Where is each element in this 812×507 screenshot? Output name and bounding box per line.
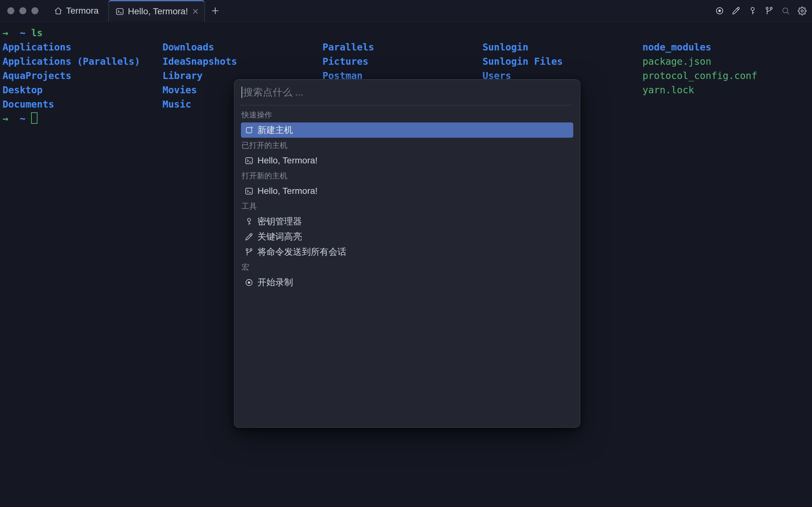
palette-section-header: 工具 (241, 199, 573, 214)
traffic-lights (7, 0, 39, 21)
record-button[interactable] (715, 6, 724, 15)
titlebar: Termora Hello, Termora! (0, 0, 812, 21)
tab-title: Hello, Termora! (128, 6, 188, 16)
key-icon (245, 217, 253, 226)
edit-icon (732, 6, 741, 15)
settings-button[interactable] (798, 6, 807, 15)
broadcast-button[interactable] (765, 6, 773, 15)
palette-item-label: 密钥管理器 (258, 215, 302, 227)
terminal-icon (116, 7, 124, 16)
command-palette: 搜索点什么 ... 快速操作新建主机已打开的主机Hello, Termora!打… (234, 79, 580, 428)
search-button[interactable] (781, 6, 790, 15)
new-host-icon (245, 126, 253, 134)
ls-entry-dir: Library (163, 68, 237, 83)
toolbar (715, 0, 807, 21)
palette-item[interactable]: 开始录制 (241, 275, 573, 290)
palette-item-label: 新建主机 (258, 124, 293, 136)
record-icon (715, 6, 724, 15)
palette-item-label: Hello, Termora! (258, 186, 317, 196)
settings-icon (798, 6, 807, 15)
ls-column: SunloginSunlogin FilesUsers (483, 40, 563, 83)
ls-entry-dir: Desktop (3, 83, 140, 97)
terminal-icon (245, 187, 253, 195)
key-manager-button[interactable] (748, 6, 757, 15)
new-tab-button[interactable] (210, 5, 221, 16)
home-tab-label: Termora (66, 6, 99, 16)
ls-entry-dir: Sunlogin (483, 40, 563, 54)
plus-icon (210, 6, 220, 15)
prompt-arrow: → (3, 27, 8, 38)
search-placeholder: 搜索点什么 ... (243, 86, 303, 99)
maximize-window-button[interactable] (32, 7, 39, 14)
palette-list: 快速操作新建主机已打开的主机Hello, Termora!打开新的主机Hello… (234, 105, 580, 290)
search-input[interactable]: 搜索点什么 ... (234, 79, 580, 105)
close-window-button[interactable] (7, 7, 14, 14)
ls-column: node_modulespackage.jsonprotocol_config.… (643, 40, 757, 97)
palette-item-label: Hello, Termora! (258, 156, 317, 166)
prompt-path: ~ (20, 27, 25, 38)
palette-section-header: 宏 (241, 260, 573, 275)
ls-entry-dir: Sunlogin Files (483, 54, 563, 68)
prompt-arrow: → (3, 113, 8, 124)
ls-entry-file: package.json (643, 54, 757, 68)
palette-item[interactable]: Hello, Termora! (241, 153, 573, 168)
ls-column: ParallelsPicturesPostman (323, 40, 374, 83)
prompt-line: → ~ ls (0, 26, 812, 40)
terminal-icon (245, 156, 253, 165)
ls-entry-dir: node_modules (643, 40, 757, 54)
palette-item[interactable]: Hello, Termora! (241, 183, 573, 199)
palette-section-header: 打开新的主机 (241, 168, 573, 183)
palette-item[interactable]: 密钥管理器 (241, 214, 573, 229)
key-icon (748, 6, 757, 15)
palette-item[interactable]: 关键词高亮 (241, 229, 573, 244)
ls-entry-dir: Movies (163, 83, 237, 97)
tab-hello-termora[interactable]: Hello, Termora! (108, 0, 205, 21)
ls-entry-file: yarn.lock (643, 83, 757, 97)
prompt-command: ls (31, 27, 43, 38)
palette-item-label: 关键词高亮 (258, 231, 302, 243)
ls-entry-dir: Documents (3, 97, 140, 111)
ls-entry-dir: Applications (Parallels) (3, 54, 140, 68)
prompt-path: ~ (20, 113, 25, 124)
terminal-cursor (31, 112, 38, 124)
palette-section-header: 快速操作 (241, 107, 573, 122)
ls-entry-dir: Pictures (323, 54, 374, 68)
pencil-icon (245, 233, 253, 241)
minimize-window-button[interactable] (19, 7, 26, 14)
text-caret (241, 87, 242, 98)
palette-section-header: 已打开的主机 (241, 138, 573, 153)
home-icon (54, 7, 62, 15)
ls-column: ApplicationsApplications (Parallels)Aqua… (3, 40, 140, 111)
ls-entry-dir: AquaProjects (3, 68, 140, 83)
edit-button[interactable] (732, 6, 741, 15)
tab-home[interactable]: Termora (54, 0, 99, 21)
palette-item-label: 将命令发送到所有会话 (258, 246, 346, 258)
palette-item[interactable]: 新建主机 (241, 122, 573, 138)
ls-entry-dir: Downloads (163, 40, 237, 54)
ls-entry-dir: IdeaSnapshots (163, 54, 237, 68)
close-tab-icon[interactable] (192, 8, 199, 15)
ls-entry-dir: Music (163, 97, 237, 111)
ls-entry-dir: Parallels (323, 40, 374, 54)
record-icon (245, 278, 253, 287)
ls-entry-dir: Applications (3, 40, 140, 54)
palette-item[interactable]: 将命令发送到所有会话 (241, 244, 573, 260)
ls-entry-file: protocol_config.conf (643, 68, 757, 83)
branch-icon (245, 248, 253, 257)
ls-column: DownloadsIdeaSnapshotsLibraryMoviesMusic (163, 40, 237, 111)
palette-item-label: 开始录制 (258, 276, 293, 288)
search-icon (781, 6, 790, 15)
branch-icon (765, 6, 773, 15)
